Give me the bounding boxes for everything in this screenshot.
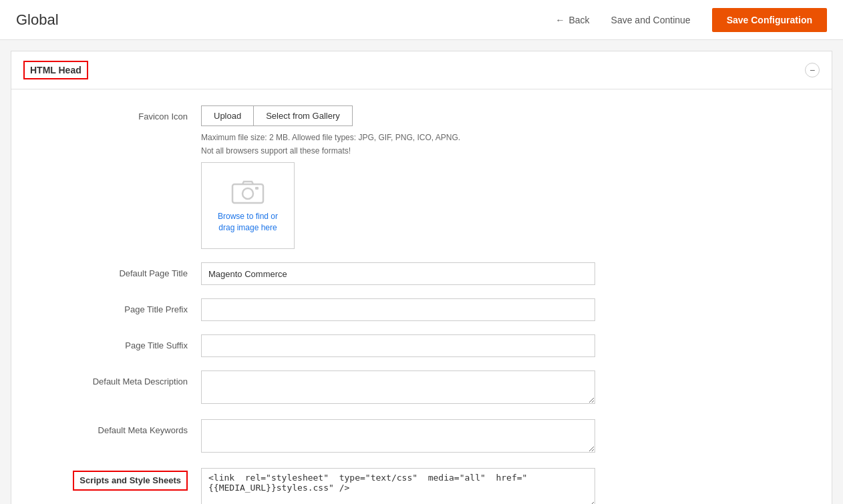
page-title-prefix-label: Page Title Prefix (27, 298, 201, 316)
page-title-suffix-row: Page Title Suffix (11, 334, 832, 357)
scripts-style-sheets-label: Scripts and Style Sheets (27, 468, 201, 491)
scripts-style-sheets-row: Scripts and Style Sheets <link rel="styl… (11, 468, 832, 504)
favicon-label: Favicon Icon (27, 105, 201, 123)
collapse-icon: − (810, 65, 815, 75)
top-bar: Global ← Back Save and Continue Save Con… (0, 0, 843, 40)
back-arrow-icon: ← (555, 15, 564, 25)
file-info-line1: Maximum file size: 2 MB. Allowed file ty… (201, 132, 615, 144)
scripts-style-sheets-control: <link rel="stylesheet" type="text/css" m… (201, 468, 615, 504)
save-configuration-button[interactable]: Save Configuration (712, 8, 827, 32)
default-page-title-label: Default Page Title (27, 262, 201, 280)
favicon-btn-group: Upload Select from Gallery (201, 105, 615, 126)
main-content: HTML Head − Favicon Icon Upload Select f… (11, 51, 832, 504)
collapse-button[interactable]: − (805, 63, 820, 77)
page-title-prefix-input[interactable] (201, 298, 595, 321)
default-meta-description-control (201, 370, 615, 406)
section-header: HTML Head − (11, 51, 832, 89)
default-meta-description-label: Default Meta Description (27, 370, 201, 388)
default-page-title-input[interactable] (201, 262, 595, 285)
page-title-suffix-control (201, 334, 615, 357)
browse-text: Browse to find or drag image here (218, 211, 278, 234)
default-page-title-row: Default Page Title (11, 262, 832, 285)
page-title-suffix-label: Page Title Suffix (27, 334, 201, 352)
back-button[interactable]: ← Back (555, 15, 589, 25)
svg-point-1 (242, 188, 253, 199)
upload-drop-area[interactable]: Browse to find or drag image here (201, 162, 295, 249)
default-meta-keywords-label: Default Meta Keywords (27, 419, 201, 437)
default-meta-description-input[interactable] (201, 370, 595, 404)
section-title: HTML Head (23, 61, 88, 79)
default-meta-keywords-input[interactable] (201, 419, 595, 453)
favicon-control: Upload Select from Gallery Maximum file … (201, 105, 615, 249)
default-meta-keywords-row: Default Meta Keywords (11, 419, 832, 455)
form-area: Favicon Icon Upload Select from Gallery … (11, 89, 832, 504)
save-continue-button[interactable]: Save and Continue (603, 9, 699, 31)
page-title: Global (16, 11, 59, 29)
svg-rect-2 (255, 187, 259, 190)
page-title-prefix-row: Page Title Prefix (11, 298, 832, 321)
top-bar-actions: ← Back Save and Continue Save Configurat… (555, 8, 827, 32)
upload-button[interactable]: Upload (201, 105, 254, 126)
page-title-prefix-control (201, 298, 615, 321)
svg-rect-0 (232, 184, 263, 203)
file-info-line2: Not all browsers support all these forma… (201, 145, 615, 157)
select-gallery-button[interactable]: Select from Gallery (254, 105, 353, 126)
back-label: Back (568, 15, 589, 25)
scripts-style-sheets-input[interactable]: <link rel="stylesheet" type="text/css" m… (201, 468, 595, 504)
default-meta-keywords-control (201, 419, 615, 455)
default-meta-description-row: Default Meta Description (11, 370, 832, 406)
default-page-title-control (201, 262, 615, 285)
camera-icon (231, 178, 265, 204)
favicon-row: Favicon Icon Upload Select from Gallery … (11, 105, 832, 249)
page-title-suffix-input[interactable] (201, 334, 595, 357)
